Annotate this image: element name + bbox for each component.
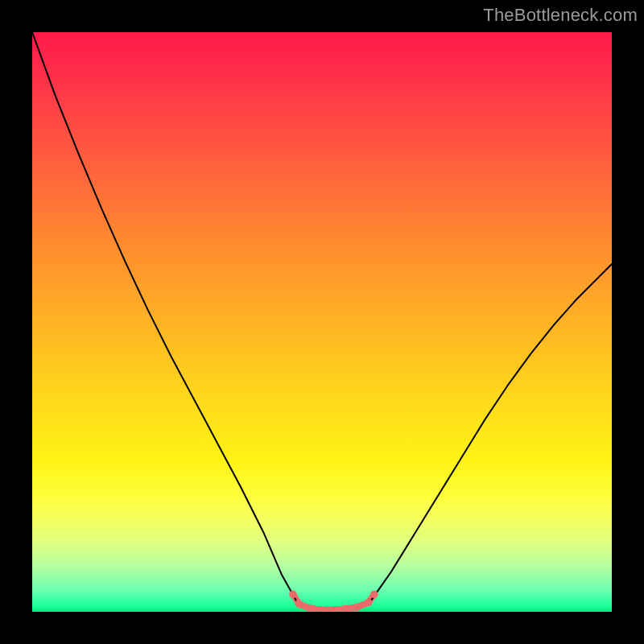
floor-dot	[353, 603, 361, 611]
chart-svg	[32, 32, 612, 612]
floor-dot	[295, 600, 303, 608]
floor-dot	[365, 599, 373, 607]
chart-frame: TheBottleneck.com	[0, 0, 644, 644]
series-left-branch	[32, 32, 296, 601]
floor-dot	[370, 591, 378, 599]
series-right-branch	[371, 264, 612, 601]
watermark-text: TheBottleneck.com	[483, 5, 638, 26]
floor-dot	[289, 591, 297, 599]
plot-area	[32, 32, 612, 612]
